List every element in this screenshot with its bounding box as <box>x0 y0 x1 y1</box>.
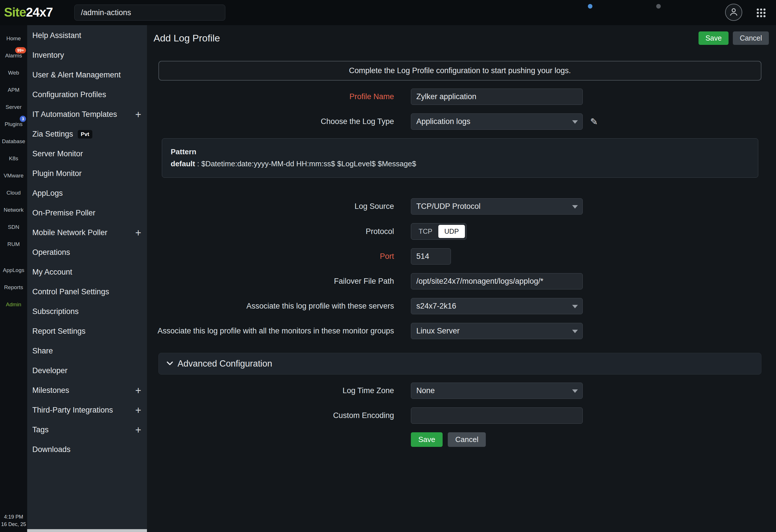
chevron-down-icon <box>572 205 578 209</box>
log-type-label: Choose the Log Type <box>321 117 394 126</box>
menu-item-it-automation-templates[interactable]: IT Automation Templates+ <box>27 104 147 124</box>
chevron-down-icon <box>166 359 174 368</box>
plus-icon[interactable]: + <box>135 425 141 435</box>
protocol-option-udp[interactable]: UDP <box>438 225 465 238</box>
apps-grid-icon[interactable] <box>755 7 767 19</box>
associate-groups-dropdown[interactable]: Linux Server <box>411 323 583 339</box>
rail-label: Alarms <box>5 53 22 59</box>
person-icon <box>728 6 739 19</box>
menu-scrollbar[interactable] <box>27 529 147 532</box>
status-dot-blue <box>588 4 592 9</box>
cancel-button-bottom[interactable]: Cancel <box>448 432 486 447</box>
menu-item-milestones[interactable]: Milestones+ <box>27 380 147 400</box>
rail-item-rum[interactable]: RUM <box>0 236 27 253</box>
rail-label: Admin <box>6 301 21 308</box>
pattern-title: Pattern <box>171 147 749 157</box>
custom-encoding-input[interactable] <box>411 408 583 424</box>
menu-label: IT Automation Templates <box>32 110 117 119</box>
menu-item-configuration-profiles[interactable]: Configuration Profiles <box>27 85 147 104</box>
menu-item-zia-settings[interactable]: Zia SettingsPvt <box>27 124 147 144</box>
plus-icon[interactable]: + <box>135 385 141 396</box>
rail-item-alarms[interactable]: Alarms 99+ <box>0 47 27 64</box>
rail-item-web[interactable]: Web <box>0 64 27 81</box>
rail-item-cloud[interactable]: Cloud <box>0 184 27 202</box>
chevron-down-icon <box>572 305 578 308</box>
advanced-configuration-header[interactable]: Advanced Configuration <box>158 353 761 374</box>
menu-item-server-monitor[interactable]: Server Monitor <box>27 144 147 164</box>
plus-icon[interactable]: + <box>135 228 141 238</box>
admin-menu: Help Assistant Inventory User & Alert Ma… <box>27 25 147 532</box>
menu-item-mobile-network-poller[interactable]: Mobile Network Poller+ <box>27 223 147 243</box>
edit-log-type-icon[interactable]: ✎ <box>590 116 598 127</box>
menu-item-subscriptions[interactable]: Subscriptions <box>27 302 147 321</box>
save-button-bottom[interactable]: Save <box>411 432 443 447</box>
menu-label: My Account <box>32 268 72 277</box>
rail-item-admin[interactable]: Admin <box>0 296 27 313</box>
rail-item-apm[interactable]: APM <box>0 81 27 98</box>
menu-item-operations[interactable]: Operations <box>27 243 147 262</box>
log-source-value: TCP/UDP Protocol <box>416 202 480 211</box>
plus-icon[interactable]: + <box>135 109 141 120</box>
page-title: Add Log Profile <box>154 33 220 44</box>
rail-label: AppLogs <box>3 267 24 273</box>
logo-24x7: 24x7 <box>26 5 53 19</box>
protocol-label: Protocol <box>366 227 394 236</box>
menu-item-share[interactable]: Share <box>27 341 147 361</box>
icon-rail: Home Alarms 99+ Web APM Server Plugins 3… <box>0 25 27 532</box>
rail-label: SDN <box>8 224 19 230</box>
port-input[interactable] <box>411 248 451 265</box>
log-type-row: Choose the Log Type Application logs ✎ <box>154 113 776 130</box>
log-type-dropdown[interactable]: Application logs <box>411 113 583 130</box>
site24x7-logo[interactable]: Site24x7 <box>4 5 53 19</box>
user-avatar[interactable] <box>725 4 742 21</box>
pattern-value: : $Datetime:date:yyyy-MM-dd HH:mm:ss$ $L… <box>197 160 416 168</box>
menu-item-my-account[interactable]: My Account <box>27 262 147 282</box>
advanced-section: Log Time Zone None Custom Encoding Save … <box>147 382 776 447</box>
menu-item-help-assistant[interactable]: Help Assistant <box>27 26 147 45</box>
menu-item-applogs[interactable]: AppLogs <box>27 184 147 203</box>
failover-path-input[interactable] <box>411 273 583 289</box>
menu-item-tags[interactable]: Tags+ <box>27 420 147 440</box>
advanced-configuration-title: Advanced Configuration <box>178 358 272 369</box>
rail-label: Network <box>4 207 24 213</box>
menu-item-third-party-integrations[interactable]: Third-Party Integrations+ <box>27 400 147 420</box>
associate-servers-label: Associate this log profile with these se… <box>246 302 394 311</box>
menu-item-developer[interactable]: Developer <box>27 361 147 380</box>
menu-item-inventory[interactable]: Inventory <box>27 45 147 65</box>
encoding-row: Custom Encoding <box>154 408 776 424</box>
rail-item-vmware[interactable]: VMware <box>0 167 27 184</box>
rail-item-database[interactable]: Database <box>0 133 27 150</box>
menu-item-user-alert-management[interactable]: User & Alert Management <box>27 65 147 85</box>
menu-item-downloads[interactable]: Downloads <box>27 440 147 460</box>
menu-item-plugin-monitor[interactable]: Plugin Monitor <box>27 164 147 184</box>
associate-servers-dropdown[interactable]: s24x7-2k16 <box>411 298 583 314</box>
rail-item-applogs[interactable]: AppLogs <box>0 262 27 279</box>
page-header: Add Log Profile Save Cancel <box>147 25 776 51</box>
protocol-option-tcp[interactable]: TCP <box>413 225 438 238</box>
timezone-row: Log Time Zone None <box>154 382 776 399</box>
rail-item-network[interactable]: Network <box>0 202 27 219</box>
menu-item-on-premise-poller[interactable]: On-Premise Poller <box>27 203 147 223</box>
rail-item-k8s[interactable]: K8s <box>0 150 27 167</box>
timezone-dropdown[interactable]: None <box>411 382 583 399</box>
plus-icon[interactable]: + <box>135 405 141 416</box>
menu-label: Tags <box>32 426 49 434</box>
rail-item-plugins[interactable]: Plugins 3 <box>0 116 27 133</box>
menu-item-report-settings[interactable]: Report Settings <box>27 321 147 341</box>
encoding-label: Custom Encoding <box>333 411 394 420</box>
topbar: Site24x7 <box>0 0 776 25</box>
rail-item-reports[interactable]: Reports <box>0 279 27 296</box>
menu-item-control-panel-settings[interactable]: Control Panel Settings <box>27 282 147 302</box>
port-label: Port <box>380 252 394 261</box>
cancel-button-top[interactable]: Cancel <box>733 31 769 45</box>
log-source-dropdown[interactable]: TCP/UDP Protocol <box>411 198 583 215</box>
rail-label: K8s <box>9 156 18 162</box>
associate-servers-row: Associate this log profile with these se… <box>154 298 776 314</box>
search-input[interactable] <box>74 5 225 21</box>
rail-item-home[interactable]: Home <box>0 30 27 47</box>
rail-item-sdn[interactable]: SDN <box>0 219 27 236</box>
rail-item-server[interactable]: Server <box>0 98 27 116</box>
profile-name-label: Profile Name <box>349 92 394 101</box>
profile-name-input[interactable] <box>411 88 583 105</box>
save-button-top[interactable]: Save <box>699 31 729 45</box>
